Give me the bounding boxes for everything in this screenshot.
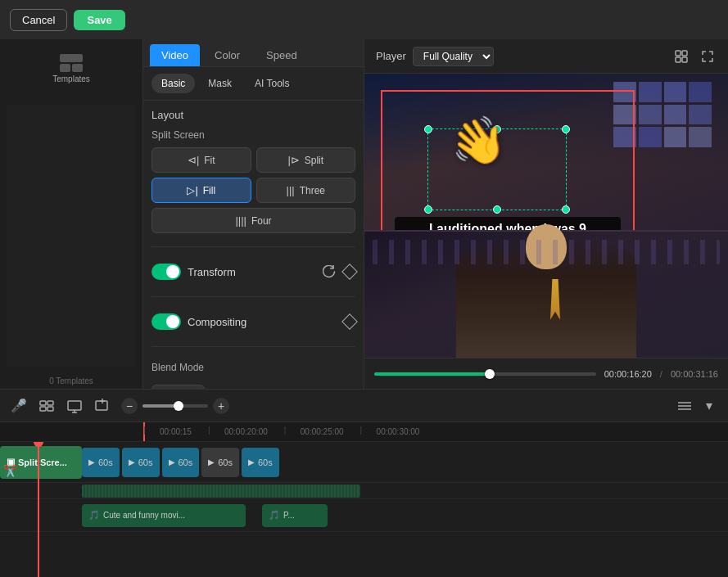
rotate-icon[interactable] bbox=[323, 265, 336, 278]
clip-60s-1[interactable]: ▶ 60s bbox=[82, 448, 120, 477]
playhead[interactable] bbox=[38, 442, 39, 577]
grid-view-icon[interactable] bbox=[672, 47, 690, 65]
emoji-hand: 👋 bbox=[445, 110, 511, 173]
transform-label: Transform bbox=[188, 266, 236, 278]
tracks-content: ▣ Split Scre... ✂️ ▶ 60s ▶ 60s bbox=[0, 442, 728, 577]
play-icon-5: ▶ bbox=[248, 458, 255, 467]
timeline-progress bbox=[374, 372, 490, 376]
handle-bm[interactable] bbox=[493, 205, 501, 214]
clip-60s-3[interactable]: ▶ 60s bbox=[162, 448, 200, 477]
audio-label-1: Cute and funny movi... bbox=[103, 511, 185, 520]
timeline-area: 🎤 − + bbox=[0, 389, 728, 577]
subtab-basic[interactable]: Basic bbox=[151, 74, 195, 93]
sub-clips-row: ▶ 60s ▶ 60s ▶ 60s ▶ 60s bbox=[82, 446, 279, 479]
handle-bl[interactable] bbox=[424, 205, 432, 214]
transform-keyframe-icon[interactable] bbox=[341, 264, 358, 280]
subtab-mask[interactable]: Mask bbox=[198, 74, 242, 93]
handle-br[interactable] bbox=[562, 205, 570, 214]
split-btn-fill[interactable]: ▷| Fill bbox=[151, 178, 251, 203]
subtitle-text: I auditioned when I was 9 bbox=[395, 217, 621, 230]
svg-rect-2 bbox=[676, 57, 681, 62]
quality-select[interactable]: Full Quality bbox=[413, 47, 494, 66]
templates-count-label: 0 Templates bbox=[0, 373, 142, 389]
cancel-button[interactable]: Cancel bbox=[10, 9, 67, 31]
audio-clip-2[interactable]: 🎵 P... bbox=[262, 504, 328, 527]
subtab-ai-tools[interactable]: AI Tools bbox=[245, 74, 299, 93]
handle-tr[interactable] bbox=[562, 125, 570, 133]
compositing-keyframe-icon[interactable] bbox=[341, 313, 358, 330]
split-btn-split[interactable]: |⊳ Split bbox=[256, 147, 356, 173]
zoom-thumb[interactable] bbox=[174, 401, 183, 411]
fit-icon: ⊲| bbox=[188, 154, 199, 166]
timeline-toolbar: 🎤 − + bbox=[0, 390, 728, 422]
handle-tl[interactable] bbox=[424, 125, 432, 133]
audio-label-2: P... bbox=[283, 511, 295, 520]
svg-rect-7 bbox=[47, 407, 53, 411]
left-panel-content bbox=[0, 98, 142, 373]
svg-rect-8 bbox=[68, 401, 81, 410]
properties-sub-tabs: Basic Mask AI Tools bbox=[143, 67, 364, 101]
split-label: Split bbox=[305, 155, 323, 166]
save-button[interactable]: Save bbox=[74, 10, 124, 30]
tab-color[interactable]: Color bbox=[203, 44, 251, 66]
svg-rect-4 bbox=[40, 401, 46, 405]
sidebar-item-templates[interactable]: Templates bbox=[46, 47, 97, 90]
timeline-thumb[interactable] bbox=[485, 369, 495, 379]
fullscreen-icon[interactable] bbox=[699, 47, 717, 65]
split-icon: |⊳ bbox=[287, 154, 299, 166]
blend-mode-label: Blend Mode bbox=[151, 362, 204, 373]
grid-tracks-icon[interactable] bbox=[676, 397, 694, 415]
clip-60s-5[interactable]: ▶ 60s bbox=[242, 448, 279, 477]
zoom-out-button[interactable]: − bbox=[121, 398, 138, 414]
clip-60s-4[interactable]: ▶ 60s bbox=[201, 448, 239, 477]
screen-capture-icon[interactable] bbox=[66, 397, 84, 415]
split-btn-fit[interactable]: ⊲| Fit bbox=[151, 147, 251, 173]
svg-rect-6 bbox=[47, 401, 53, 405]
three-icon: ||| bbox=[287, 184, 295, 196]
clip-5-label: 60s bbox=[258, 458, 273, 467]
microphone-icon[interactable]: 🎤 bbox=[10, 397, 28, 415]
play-icon-4: ▶ bbox=[208, 458, 215, 467]
video-preview-area[interactable]: 👋 I auditioned when I was 9 bbox=[364, 74, 728, 358]
clip-3-label: 60s bbox=[179, 458, 193, 467]
main-clip[interactable]: ▣ Split Scre... ✂️ bbox=[0, 446, 82, 479]
properties-panel: Video Color Speed Basic Mask AI Tools La… bbox=[143, 39, 364, 389]
divider-3 bbox=[151, 346, 355, 347]
compositing-row: Compositing bbox=[151, 307, 355, 336]
fit-label: Fit bbox=[204, 155, 215, 166]
transform-toggle[interactable] bbox=[151, 264, 181, 280]
ruler-mark-2: 00:00:20:00 bbox=[208, 427, 284, 436]
more-options-icon[interactable]: ▾ bbox=[700, 397, 718, 415]
svg-rect-5 bbox=[40, 407, 46, 411]
scissors-icon[interactable]: ✂️ bbox=[3, 464, 17, 477]
add-image-icon[interactable] bbox=[93, 397, 111, 415]
ruler-mark-4: 00:00:30:00 bbox=[360, 427, 436, 436]
music-icon-2: 🎵 bbox=[269, 510, 280, 521]
split-btn-three[interactable]: ||| Three bbox=[256, 178, 356, 203]
audio-clip-1[interactable]: 🎵 Cute and funny movi... bbox=[82, 504, 246, 527]
blend-mode-row: Blend Mode bbox=[151, 357, 355, 378]
preview-timeline[interactable] bbox=[374, 372, 596, 376]
play-icon-2: ▶ bbox=[129, 458, 135, 467]
tab-video[interactable]: Video bbox=[150, 44, 200, 66]
divider-2 bbox=[151, 296, 355, 297]
selection-box[interactable]: 👋 I auditioned when I was 9 bbox=[381, 90, 635, 230]
left-panel-icons: Templates bbox=[0, 39, 142, 98]
left-panel: Templates 0 Templates bbox=[0, 39, 143, 389]
tab-speed[interactable]: Speed bbox=[255, 44, 309, 66]
music-icon-1: 🎵 bbox=[88, 510, 100, 521]
waveform-display bbox=[82, 485, 360, 498]
ruler-mark-3: 00:00:25:00 bbox=[284, 427, 360, 436]
zoom-in-button[interactable]: + bbox=[213, 398, 229, 414]
ruler-mark-1: 00:00:15 bbox=[143, 427, 208, 436]
split-btn-four[interactable]: |||| Four bbox=[151, 208, 355, 233]
clip-60s-2[interactable]: ▶ 60s bbox=[122, 448, 160, 477]
compositing-label: Compositing bbox=[188, 316, 246, 328]
time-current: 00:00:16:20 bbox=[604, 369, 652, 379]
divider-1 bbox=[151, 246, 355, 247]
main-layout: Templates 0 Templates Video Color Speed … bbox=[0, 39, 728, 389]
zoom-track[interactable] bbox=[142, 404, 208, 408]
clip-1-label: 60s bbox=[98, 458, 113, 467]
split-track-icon[interactable] bbox=[38, 397, 56, 415]
compositing-toggle[interactable] bbox=[151, 313, 181, 330]
